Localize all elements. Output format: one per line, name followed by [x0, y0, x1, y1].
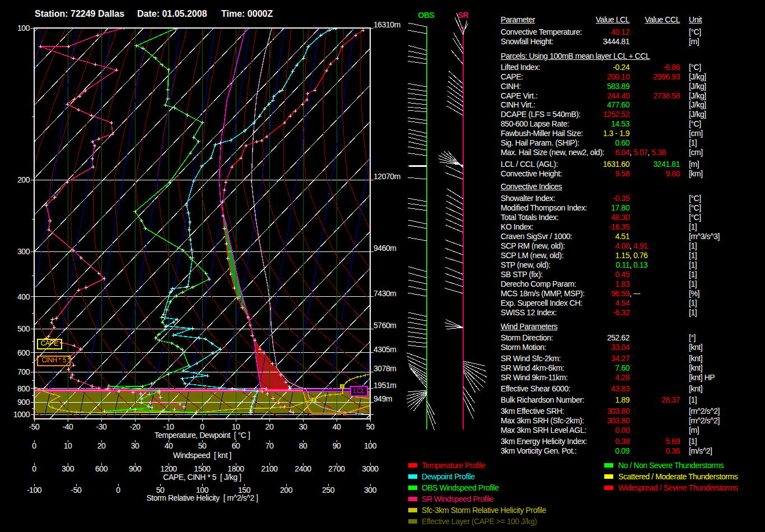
- svg-text:1: 1: [312, 398, 315, 403]
- svg-text:2: 2: [341, 384, 343, 388]
